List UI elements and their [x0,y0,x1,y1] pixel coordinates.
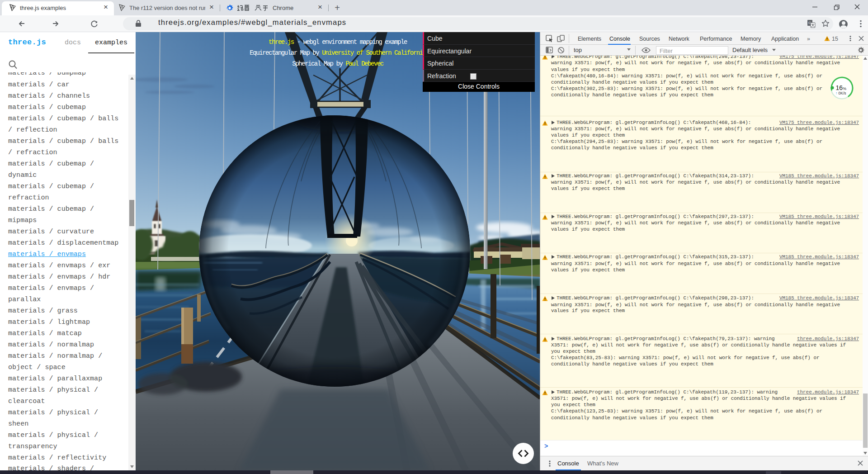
svg-text:↑: ↑ [835,91,837,95]
svg-text:0K/s: 0K/s [839,91,846,95]
svg-text:16: 16 [836,84,843,91]
svg-text:%: % [843,86,847,91]
